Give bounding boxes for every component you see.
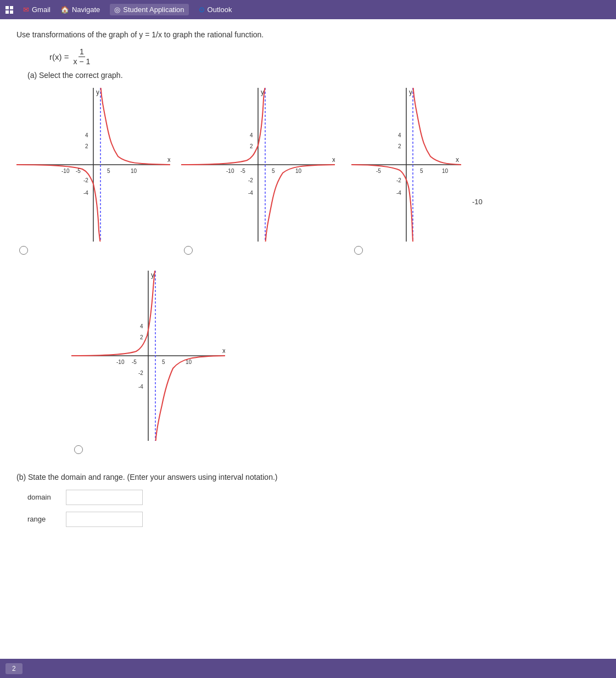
svg-text:-5: -5 <box>240 168 245 174</box>
graph-radio-4[interactable] <box>74 445 83 454</box>
fraction-numerator: 1 <box>79 47 85 57</box>
svg-text:-4: -4 <box>396 190 401 196</box>
student-app-icon: ◎ <box>114 5 120 14</box>
svg-text:-2: -2 <box>396 177 401 183</box>
main-content: Use transformations of the graph of y = … <box>0 19 616 678</box>
outlook-tab[interactable]: ⊙ Outlook <box>199 5 232 14</box>
domain-row: domain <box>27 490 600 505</box>
svg-text:x: x <box>222 347 225 355</box>
svg-text:2: 2 <box>250 143 253 149</box>
function-display: r(x) = 1 x − 1 <box>49 47 600 66</box>
gmail-icon: ✉ <box>23 5 29 14</box>
svg-text:-2: -2 <box>248 177 253 183</box>
graph-radio-2[interactable] <box>184 246 193 255</box>
outlook-icon: ⊙ <box>199 5 205 14</box>
graph-svg-1: x y -10 -5 5 10 4 2 -2 -4 <box>16 88 170 242</box>
svg-text:5: 5 <box>107 168 110 174</box>
svg-text:-5: -5 <box>132 359 137 365</box>
svg-text:-4: -4 <box>83 190 88 196</box>
graph-svg-2: x y -10 -5 5 10 4 2 -2 -4 <box>181 88 335 242</box>
svg-text:-4: -4 <box>248 190 253 196</box>
radio-container-4[interactable] <box>74 445 83 456</box>
svg-text:y: y <box>96 88 99 96</box>
svg-text:10: 10 <box>131 168 137 174</box>
svg-text:5: 5 <box>272 168 275 174</box>
svg-text:-2: -2 <box>83 177 88 183</box>
navigate-tab[interactable]: 🏠 Navigate <box>60 5 100 14</box>
graph-option-3: x y -5 5 10 4 2 -2 -4 <box>351 88 461 257</box>
gmail-tab[interactable]: ✉ Gmail <box>23 5 51 14</box>
graph-svg-4: x y -10 -5 5 10 4 2 -2 -4 <box>71 271 225 441</box>
svg-text:4: 4 <box>140 323 143 329</box>
graph-container-3: x y -5 5 10 4 2 -2 -4 <box>351 88 461 242</box>
taskbar: 2 <box>0 659 616 678</box>
svg-text:y: y <box>409 88 412 96</box>
svg-text:x: x <box>167 156 170 164</box>
graph-radio-1[interactable] <box>19 246 28 255</box>
student-app-tab[interactable]: ◎ Student Application <box>110 4 188 15</box>
browser-bar: ✉ Gmail 🏠 Navigate ◎ Student Application… <box>0 0 616 19</box>
part-b-section: (b) State the domain and range. (Enter y… <box>16 473 600 527</box>
graph-svg-3: x y -5 5 10 4 2 -2 -4 <box>351 88 461 242</box>
graph-container-2: x y -10 -5 5 10 4 2 -2 -4 <box>181 88 335 242</box>
svg-text:10: 10 <box>442 168 449 174</box>
svg-text:x: x <box>332 156 335 164</box>
function-fraction: 1 x − 1 <box>72 47 91 66</box>
svg-text:-10: -10 <box>226 168 234 174</box>
graph-option-2: x y -10 -5 5 10 4 2 -2 -4 <box>181 88 335 257</box>
navigate-icon: 🏠 <box>60 5 69 14</box>
taskbar-button-1[interactable]: 2 <box>5 663 23 674</box>
range-label: range <box>27 515 58 523</box>
range-row: range <box>27 512 600 527</box>
overflow-x-label: -10 <box>472 198 483 206</box>
graph-container-1: x y -10 -5 5 10 4 2 -2 -4 <box>16 88 170 242</box>
svg-text:-5: -5 <box>376 168 381 174</box>
graphs-row-2: x y -10 -5 5 10 4 2 -2 -4 <box>71 271 600 456</box>
svg-text:2: 2 <box>398 143 401 149</box>
svg-text:x: x <box>456 156 459 164</box>
svg-text:-10: -10 <box>61 168 70 174</box>
svg-text:-4: -4 <box>138 384 143 390</box>
radio-container-1[interactable] <box>19 246 28 257</box>
grid-icon <box>5 6 13 14</box>
function-label: r(x) = <box>49 52 69 61</box>
svg-text:4: 4 <box>85 132 88 138</box>
graph-option-4: x y -10 -5 5 10 4 2 -2 -4 <box>71 271 225 456</box>
graph-container-4: x y -10 -5 5 10 4 2 -2 -4 <box>71 271 225 441</box>
svg-text:-10: -10 <box>116 359 125 365</box>
svg-text:2: 2 <box>85 143 88 149</box>
svg-text:5: 5 <box>420 168 423 174</box>
domain-input[interactable] <box>66 490 143 505</box>
svg-text:4: 4 <box>250 132 253 138</box>
svg-text:2: 2 <box>140 334 143 340</box>
part-a-label: (a) Select the correct graph. <box>27 71 600 80</box>
graphs-row-1: x y -10 -5 5 10 4 2 -2 -4 <box>16 88 600 257</box>
svg-text:4: 4 <box>398 132 401 138</box>
svg-text:-2: -2 <box>138 370 143 376</box>
range-input[interactable] <box>66 512 143 527</box>
svg-text:10: 10 <box>295 168 302 174</box>
part-b-title: (b) State the domain and range. (Enter y… <box>16 473 600 481</box>
graph-option-1: x y -10 -5 5 10 4 2 -2 -4 <box>16 88 170 257</box>
svg-text:5: 5 <box>162 359 165 365</box>
domain-label: domain <box>27 493 58 501</box>
radio-container-3[interactable] <box>354 246 363 257</box>
fraction-denominator: x − 1 <box>72 57 91 66</box>
radio-container-2[interactable] <box>184 246 193 257</box>
graph-radio-3[interactable] <box>354 246 363 255</box>
x-label-overflow: -10 <box>472 198 483 206</box>
instruction-text: Use transformations of the graph of y = … <box>16 30 600 39</box>
